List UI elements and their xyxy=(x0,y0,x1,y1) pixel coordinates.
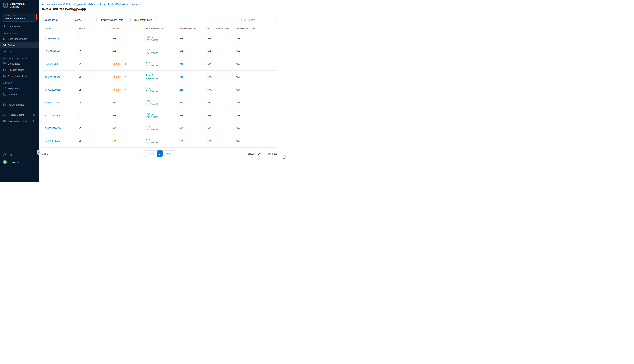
sidebar-item-remediation-tracker[interactable]: Remediation Tracker xyxy=(0,73,39,79)
env-prod: Prod: 0 xyxy=(145,87,179,90)
vulnerabilities-value: N/A xyxy=(236,88,240,91)
digest-link[interactable]: a9c6e00c66bb xyxy=(45,76,60,78)
filter-environment-type[interactable]: Environment Type xyxy=(130,17,158,23)
avatar: L xyxy=(3,160,7,164)
table-row: a9c6e00c66bbv56.38Prod: 0Pre-Prod: 0218N… xyxy=(42,70,277,84)
policy-violations-value: N/A xyxy=(207,88,211,91)
main-area: Account: Automation-SSCA›Organization: d… xyxy=(39,0,317,182)
vulnerabilities-value: N/A xyxy=(236,37,240,40)
dependencies-value: N/A xyxy=(179,114,183,117)
table-body: 33d114e1c225v5N/AProd: 0Pre-Prod: 0N/AN/… xyxy=(42,32,277,148)
target-icon xyxy=(3,74,6,78)
sbom-value: N/A xyxy=(112,37,117,40)
digest-link[interactable]: 9710cf6667c9 xyxy=(45,114,60,117)
dependencies-value: N/A xyxy=(179,101,183,104)
info-icon xyxy=(33,114,36,116)
chevron-down-icon xyxy=(65,19,67,21)
chevron-down-icon xyxy=(262,152,264,155)
digest-link[interactable]: ee4218cdba0c xyxy=(45,140,60,142)
table-row: 33d114e1c225v5N/AProd: 0Pre-Prod: 0N/AN/… xyxy=(42,32,277,45)
next-page-button[interactable]: Next → xyxy=(163,150,177,157)
digest-link[interactable]: 2c5365718e88 xyxy=(45,127,61,130)
table-row: 5dab9caa79c5v5N/AProd: 0Pre-Prod: 0N/AN/… xyxy=(42,96,277,109)
sidebar-item-artifacts[interactable]: Artifacts xyxy=(0,42,39,48)
env-prod: Prod: 0 xyxy=(145,138,179,141)
sidebar-item-code-repositories[interactable]: Code Repositories xyxy=(0,36,39,42)
sidebar-collapse-handle[interactable]: ‹ xyxy=(37,150,40,155)
sbom-value: N/A xyxy=(112,101,117,104)
filter-dependency[interactable]: Dependency xyxy=(42,17,69,23)
arrow-right-icon: → xyxy=(172,152,174,155)
table-row: 479e2acd981bv56.38Prod: 0Pre-Prod: 0218N… xyxy=(42,84,277,96)
package-icon xyxy=(3,44,6,46)
chevron-down-icon xyxy=(93,19,95,21)
tag-value: v5 xyxy=(79,76,82,78)
column-header-policy-violations: POLICY VIOLATIONS xyxy=(207,27,236,30)
main-content: Account: Automation-SSCA›Organization: d… xyxy=(39,0,281,182)
vulnerabilities-value: N/A xyxy=(236,140,240,142)
policy-violations-value: N/A xyxy=(207,127,211,130)
sidebar-item-account-settings[interactable]: Account Settings xyxy=(0,112,39,118)
sidebar-item-ci-cd[interactable]: CI/CD xyxy=(0,48,39,54)
env-pre-prod: Pre-Prod: 0 xyxy=(145,141,179,144)
breadcrumb-link-2[interactable]: Project: Product Exploratory xyxy=(99,3,128,6)
dependencies-link[interactable]: 218 xyxy=(179,76,183,78)
vulnerabilities-value: N/A xyxy=(236,101,240,104)
apps-grid-icon[interactable] xyxy=(33,2,36,6)
column-header-sbom: SBOM xyxy=(112,27,145,30)
info-icon xyxy=(33,120,36,122)
vulnerabilities-value: N/A xyxy=(236,114,240,117)
breadcrumb-link-1[interactable]: Organization: default xyxy=(74,3,95,6)
digest-link[interactable]: 479e2acd981b xyxy=(45,88,61,91)
column-header-tags: TAGS xyxy=(79,27,112,30)
sidebar-item-integrations[interactable]: Integrations xyxy=(0,85,39,92)
shield-check-icon xyxy=(3,62,6,65)
digest-link[interactable]: 5dab9caa79c5 xyxy=(45,101,60,104)
breadcrumb-link-3[interactable]: Artifacts xyxy=(132,3,140,6)
filter-license[interactable]: License xyxy=(71,17,97,23)
sidebar-item-project-settings[interactable]: Project Settings› xyxy=(0,102,39,108)
search-box[interactable] xyxy=(241,17,277,23)
column-header-digest: DIGEST xyxy=(45,27,79,30)
page-1-button[interactable]: 1 xyxy=(157,150,163,157)
policy-violations-value: N/A xyxy=(207,76,211,78)
digest-link[interactable]: dcdd29b7fafb xyxy=(45,63,59,66)
dependencies-link[interactable]: 218 xyxy=(179,63,183,66)
sidebar-item-pipelines[interactable]: Pipelines xyxy=(0,92,39,98)
env-pre-prod: Pre-Prod: 0 xyxy=(145,64,179,67)
digest-link[interactable]: 33d114e1c225 xyxy=(45,37,60,40)
divider xyxy=(122,88,122,92)
chat-help-icon[interactable] xyxy=(282,155,286,160)
env-pre-prod: Pre-Prod: 0 xyxy=(145,77,179,80)
sidebar-item-compliance[interactable]: Compliance xyxy=(0,60,39,67)
search-input[interactable] xyxy=(248,18,275,21)
nav-divider xyxy=(3,100,36,100)
breadcrumb-separator: › xyxy=(72,3,73,6)
column-header-vulnerabilities: VULNERABILITIES xyxy=(236,27,277,30)
filters: DependencyLicensePolicy Violation TypeEn… xyxy=(42,17,158,23)
tag-value: v5 xyxy=(79,37,82,40)
user-menu[interactable]: L Lavakush xyxy=(0,158,39,166)
page-size-select[interactable]: 20 xyxy=(255,151,266,156)
table-row: 2c5365718e88v5N/AProd: 0Pre-Prod: 0N/AN/… xyxy=(42,122,277,135)
dependencies-link[interactable]: 218 xyxy=(179,88,183,91)
tag-value: v5 xyxy=(79,88,82,91)
filter-policy-violation-type[interactable]: Policy Violation Type xyxy=(99,17,128,23)
download-icon xyxy=(124,76,127,78)
breadcrumb-link-0[interactable]: Account: Automation-SSCA xyxy=(42,3,70,6)
project-name: Product Exploratory xyxy=(4,17,33,20)
artifact-table: DIGESTTAGSSBOMENVIRONMENTSDEPENDENCIESPO… xyxy=(42,26,277,148)
prev-page-button[interactable]: ← Prev xyxy=(142,150,157,157)
table-row: 9710cf6667c9v5N/AProd: 0Pre-Prod: 0N/AN/… xyxy=(42,109,277,122)
digest-link[interactable]: c69c5b6a8ae2 xyxy=(45,50,60,52)
sidebar-item-help[interactable]: Help xyxy=(0,152,39,158)
sbom-download-button[interactable] xyxy=(124,76,127,78)
sidebar-item-get-started[interactable]: Get Started xyxy=(0,24,39,30)
env-pre-prod: Pre-Prod: 0 xyxy=(145,38,179,42)
policy-violations-value: N/A xyxy=(207,37,211,40)
sbom-download-button[interactable] xyxy=(124,88,127,91)
sidebar-item-organization-settings[interactable]: Organization Settings xyxy=(0,118,39,124)
sbom-download-button[interactable] xyxy=(124,63,127,66)
project-selector[interactable]: PROJECT Product Exploratory › xyxy=(2,13,37,22)
sidebar-item-rule-definitions[interactable]: Rule Definitions xyxy=(0,67,39,73)
